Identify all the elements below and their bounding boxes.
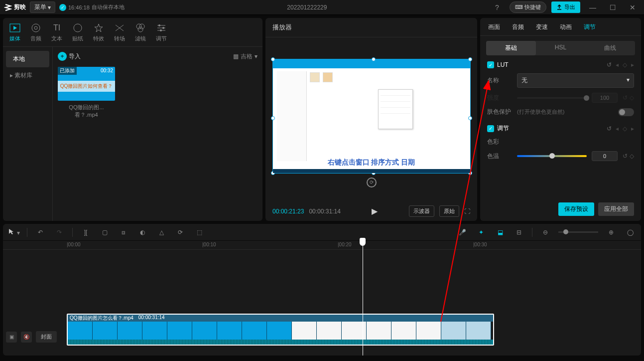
mirror-tool[interactable]: △ — [155, 229, 167, 236]
tab-transition[interactable]: 转场 — [114, 22, 126, 42]
keyframe-icon[interactable]: ◇ — [630, 153, 634, 160]
lut-checkbox[interactable]: ✓ LUT — [487, 61, 509, 68]
view-options[interactable]: ▦吉格 ▾ — [233, 52, 258, 61]
import-button[interactable]: + 导入 — [58, 52, 81, 61]
media-thumbnail[interactable]: 已添加 00:32 QQ撤回图片如何查看？ QQ撤回的图...看？.mp4 — [58, 67, 115, 119]
tab-effect[interactable]: 特效 — [93, 22, 105, 42]
menu-button[interactable]: 菜单▾ — [30, 1, 55, 13]
insp-tab-audio[interactable]: 音频 — [512, 23, 524, 31]
rotate-tool[interactable]: ⟳ — [174, 229, 186, 236]
tab-media[interactable]: 媒体 — [9, 22, 21, 42]
zoom-out-icon[interactable]: ⊖ — [539, 229, 551, 236]
select-tool[interactable]: ▾ — [8, 228, 20, 236]
check-icon: ✓ — [59, 4, 66, 11]
playhead[interactable] — [363, 241, 363, 356]
reset-icon[interactable]: ↺ — [607, 61, 612, 68]
cover-button[interactable]: 封面 — [36, 331, 57, 343]
temp-slider[interactable] — [517, 155, 587, 157]
crop-tool[interactable]: ⬚ — [193, 229, 205, 236]
toggle-track-icon[interactable]: ▣ — [6, 332, 17, 343]
video-preview[interactable]: 右键点击窗口 排序方式 日期 — [272, 59, 471, 174]
export-button[interactable]: 导出 — [551, 1, 580, 13]
subtab-basic[interactable]: 基础 — [486, 41, 536, 55]
video-clip[interactable]: QQ撤回的图片怎么看？.mp4 00:00:31:14 — [67, 314, 494, 346]
magnetic-icon[interactable]: ✦ — [475, 229, 487, 236]
keyframe-icon[interactable]: ◇ — [630, 94, 634, 101]
thumb-duration: 00:32 — [101, 68, 113, 73]
temp-label: 色温 — [487, 152, 512, 161]
undo-button[interactable]: ↶ — [34, 229, 46, 236]
insp-tab-anim[interactable]: 动画 — [560, 23, 572, 31]
adjust-checkbox[interactable]: ✓ 调节 — [487, 124, 509, 133]
crop-end-tool[interactable]: ⧈ — [118, 229, 129, 236]
minimize-button[interactable]: — — [585, 3, 600, 11]
prev-key-icon[interactable]: ◂ — [616, 125, 619, 132]
subtab-curve[interactable]: 曲线 — [585, 41, 635, 55]
sidebar-item-local[interactable]: 本地 — [6, 51, 49, 67]
insp-tab-image[interactable]: 画面 — [488, 23, 500, 31]
insp-tab-speed[interactable]: 变速 — [536, 23, 548, 31]
text-icon: TI — [51, 22, 63, 34]
insp-tab-adjust[interactable]: 调节 — [584, 23, 596, 31]
thumb-overlay: QQ撤回图片如何查看？ — [58, 81, 115, 92]
reset-icon[interactable]: ↺ — [623, 94, 628, 101]
tab-adjust[interactable]: 调节 — [155, 22, 167, 42]
sticker-icon — [72, 22, 84, 34]
mic-icon[interactable]: 🎤 — [456, 229, 468, 236]
close-button[interactable]: ✕ — [625, 3, 640, 11]
timeline[interactable]: |00:00 |00:10 |00:20 |00:30 ▣ 🔇 封面 QQ撤回的… — [3, 241, 641, 356]
media-panel: 媒体 音频 TI文本 贴纸 特效 转场 滤镜 调节 本地 ▸ 素材库 + 导入 … — [3, 18, 262, 221]
timeline-ruler[interactable]: |00:00 |00:10 |00:20 |00:30 — [3, 241, 641, 250]
fit-icon[interactable]: ◯ — [624, 229, 636, 236]
reset-icon[interactable]: ↺ — [623, 153, 628, 160]
thumb-filename: QQ撤回的图...看？.mp4 — [58, 104, 115, 119]
next-key-icon[interactable]: ▸ — [631, 125, 634, 132]
redo-button[interactable]: ↷ — [53, 229, 65, 236]
shortcut-button[interactable]: ⌨ 快捷键 — [510, 1, 546, 13]
split-tool[interactable]: ][ — [80, 229, 92, 236]
keyframe-icon[interactable]: ◇ — [623, 61, 627, 68]
lut-name-label: 名称 — [487, 76, 512, 85]
sidebar-item-library[interactable]: ▸ 素材库 — [3, 67, 52, 84]
autosave-status: ✓ 16:46:18 自动保存本地 — [59, 3, 125, 11]
scope-button[interactable]: 示波器 — [409, 205, 434, 217]
zoom-slider[interactable] — [558, 231, 598, 233]
intensity-value[interactable]: 100 — [592, 93, 618, 103]
subtab-hsl[interactable]: HSL — [536, 41, 586, 55]
tab-text[interactable]: TI文本 — [51, 22, 63, 42]
circle-tool[interactable]: ◐ — [136, 229, 148, 236]
maximize-button[interactable]: ☐ — [605, 3, 620, 11]
skin-switch[interactable] — [618, 108, 634, 116]
lut-select[interactable]: 无▾ — [517, 73, 634, 88]
apply-all-button[interactable]: 应用全部 — [598, 202, 634, 216]
prev-key-icon[interactable]: ◂ — [616, 61, 619, 68]
intensity-slider[interactable] — [517, 97, 587, 99]
play-button[interactable]: ▶ — [346, 206, 404, 216]
next-key-icon[interactable]: ▸ — [631, 61, 634, 68]
tab-filter[interactable]: 滤镜 — [134, 22, 146, 42]
snap-icon[interactable]: ⊟ — [513, 229, 525, 236]
link-icon[interactable]: ⬓ — [494, 229, 506, 236]
chevron-down-icon: ▾ — [627, 76, 630, 85]
reset-icon[interactable]: ↺ — [607, 125, 612, 132]
svg-point-5 — [139, 24, 144, 29]
zoom-in-icon[interactable]: ⊕ — [605, 229, 617, 236]
effect-icon — [93, 22, 105, 34]
refresh-button[interactable]: ⟳ — [367, 178, 377, 187]
help-icon[interactable]: ? — [490, 3, 505, 11]
plus-icon: + — [58, 52, 67, 61]
clip-audio-wave — [68, 340, 493, 346]
svg-point-4 — [136, 24, 141, 29]
tab-audio[interactable]: 音频 — [30, 22, 42, 42]
save-preset-button[interactable]: 保存预设 — [558, 202, 594, 216]
temp-value[interactable]: 0 — [592, 151, 618, 161]
mute-icon[interactable]: 🔇 — [21, 332, 32, 343]
clip-name: QQ撤回的图片怎么看？.mp4 — [70, 315, 133, 322]
svg-point-9 — [160, 29, 162, 31]
media-icon — [9, 22, 21, 34]
keyframe-icon[interactable]: ◇ — [623, 125, 627, 132]
original-button[interactable]: 原始 — [439, 205, 459, 217]
fullscreen-icon[interactable]: ⛶ — [464, 208, 470, 215]
tab-sticker[interactable]: 贴纸 — [72, 22, 84, 42]
crop-start-tool[interactable]: ▢ — [99, 229, 111, 236]
